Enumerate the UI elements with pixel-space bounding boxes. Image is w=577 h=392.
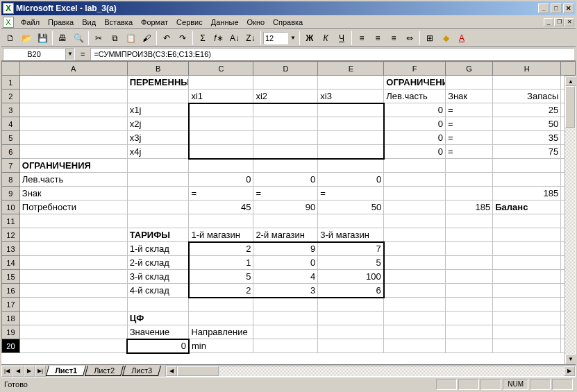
- menu-data[interactable]: Данные: [207, 17, 243, 28]
- cell[interactable]: =: [446, 103, 493, 117]
- menu-file[interactable]: Файл: [17, 17, 44, 28]
- cell[interactable]: =: [318, 187, 384, 201]
- cell[interactable]: 0: [384, 117, 446, 131]
- cell[interactable]: Значение: [127, 325, 189, 339]
- column-header-row[interactable]: A B C D E F G H: [2, 62, 576, 76]
- row-header[interactable]: 15: [2, 270, 20, 284]
- row-header[interactable]: 17: [2, 298, 20, 312]
- sort-asc-icon[interactable]: A↓: [227, 31, 242, 46]
- row-header[interactable]: 5: [2, 131, 20, 145]
- cell[interactable]: Потребности: [19, 201, 127, 214]
- row-header[interactable]: 4: [2, 117, 20, 131]
- menu-help[interactable]: Справка: [269, 17, 307, 28]
- maximize-button[interactable]: □: [551, 3, 562, 13]
- col-header[interactable]: B: [127, 62, 189, 76]
- cell[interactable]: x4j: [127, 145, 189, 159]
- italic-icon[interactable]: К: [318, 31, 333, 46]
- cell[interactable]: ОГРАНИЧЕНИЯ: [384, 76, 446, 90]
- open-icon[interactable]: 📂: [19, 31, 34, 46]
- cell[interactable]: [318, 117, 384, 131]
- doc-restore-button[interactable]: ❐: [554, 18, 564, 26]
- cell[interactable]: 0: [189, 173, 253, 187]
- cell[interactable]: Знак: [446, 90, 493, 103]
- font-color-icon[interactable]: A: [454, 31, 469, 46]
- col-header[interactable]: G: [446, 62, 493, 76]
- cut-icon[interactable]: ✂: [91, 31, 106, 46]
- row-header[interactable]: 14: [2, 256, 20, 270]
- cell[interactable]: 3-й склад: [127, 270, 189, 284]
- cell[interactable]: 0: [384, 145, 446, 159]
- cell[interactable]: =: [446, 131, 493, 145]
- cell[interactable]: 35: [493, 131, 561, 145]
- bold-icon[interactable]: Ж: [302, 31, 317, 46]
- cell[interactable]: 1: [189, 256, 253, 270]
- cell[interactable]: =: [446, 145, 493, 159]
- cell[interactable]: [189, 145, 253, 159]
- row-header[interactable]: 20: [2, 339, 20, 353]
- scroll-right-icon[interactable]: ▶: [564, 366, 575, 376]
- cell[interactable]: Знак: [19, 187, 127, 201]
- row-header[interactable]: 1: [2, 76, 20, 90]
- cell[interactable]: =: [446, 117, 493, 131]
- cell[interactable]: 2: [189, 242, 253, 256]
- row-header[interactable]: 2: [2, 90, 20, 103]
- cell[interactable]: Направление: [189, 325, 253, 339]
- cell[interactable]: 100: [318, 270, 384, 284]
- row-header[interactable]: 7: [2, 159, 20, 173]
- tab-nav-last-icon[interactable]: ▶|: [35, 366, 46, 377]
- cell[interactable]: [253, 145, 318, 159]
- merge-icon[interactable]: ⇔: [402, 31, 417, 46]
- cell[interactable]: 9: [253, 242, 318, 256]
- cell[interactable]: 185: [493, 187, 561, 201]
- save-icon[interactable]: 💾: [35, 31, 50, 46]
- menu-tools[interactable]: Сервис: [172, 17, 207, 28]
- cell[interactable]: 185: [446, 201, 493, 214]
- doc-minimize-button[interactable]: _: [544, 18, 553, 26]
- scroll-left-icon[interactable]: ◀: [166, 366, 177, 376]
- autosum-icon[interactable]: Σ: [195, 31, 210, 46]
- col-header[interactable]: H: [493, 62, 561, 76]
- cell[interactable]: 50: [318, 201, 384, 214]
- active-cell[interactable]: 0: [127, 339, 189, 353]
- tab-nav-prev-icon[interactable]: ◀: [12, 366, 24, 377]
- cell[interactable]: Лев.часть: [19, 173, 127, 187]
- cell[interactable]: 3-й магазин: [318, 228, 384, 242]
- cell[interactable]: 7: [318, 242, 384, 256]
- fill-color-icon[interactable]: ◆: [438, 31, 453, 46]
- sort-desc-icon[interactable]: Z↓: [243, 31, 258, 46]
- spreadsheet-grid[interactable]: A B C D E F G H 1ПЕРЕМЕННЫЕОГРАНИЧЕНИЯ 2…: [1, 61, 576, 354]
- cell[interactable]: 45: [189, 201, 253, 214]
- cell[interactable]: 5: [189, 270, 253, 284]
- close-button[interactable]: ✕: [563, 3, 574, 13]
- row-header[interactable]: 19: [2, 325, 20, 339]
- scroll-thumb[interactable]: [177, 366, 219, 376]
- minimize-button[interactable]: _: [538, 3, 549, 13]
- scroll-thumb[interactable]: [565, 86, 575, 128]
- fontsize-input[interactable]: [263, 32, 288, 44]
- cell[interactable]: 0: [253, 173, 318, 187]
- undo-icon[interactable]: ↶: [159, 31, 174, 46]
- cell[interactable]: =: [189, 187, 253, 201]
- sheet-tab-3[interactable]: Лист3: [122, 366, 161, 376]
- cell[interactable]: ПЕРЕМЕННЫЕ: [127, 76, 189, 90]
- cell[interactable]: 6: [318, 284, 384, 298]
- row-header[interactable]: 12: [2, 228, 20, 242]
- cell[interactable]: 2: [189, 284, 253, 298]
- cell[interactable]: 0: [384, 103, 446, 117]
- cell[interactable]: x1j: [127, 103, 189, 117]
- cell[interactable]: 4-й склад: [127, 284, 189, 298]
- cell[interactable]: [318, 145, 384, 159]
- cell[interactable]: [318, 103, 384, 117]
- sheet-tab-1[interactable]: Лист1: [46, 366, 86, 376]
- menu-window[interactable]: Окно: [243, 17, 269, 28]
- cell[interactable]: Лев.часть: [384, 90, 446, 103]
- sheet-tab-2[interactable]: Лист2: [85, 366, 124, 376]
- row-header[interactable]: 13: [2, 242, 20, 256]
- col-header[interactable]: F: [384, 62, 446, 76]
- formula-input[interactable]: =СУММПРОИЗВ(C3:E6;C13:E16): [90, 48, 574, 60]
- print-icon[interactable]: 🖶: [55, 31, 70, 46]
- format-painter-icon[interactable]: 🖌: [139, 31, 154, 46]
- cell[interactable]: 0: [318, 173, 384, 187]
- cell[interactable]: [189, 117, 253, 131]
- cell[interactable]: 2-й склад: [127, 256, 189, 270]
